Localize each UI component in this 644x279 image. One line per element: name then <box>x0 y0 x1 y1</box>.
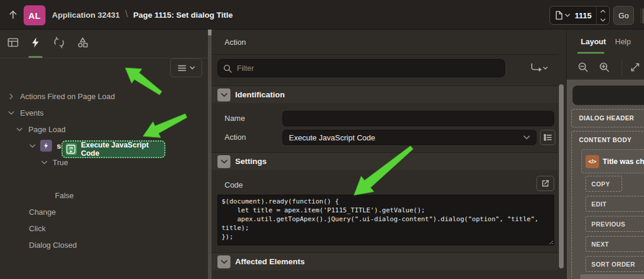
panel-title: Action <box>225 38 246 47</box>
collapse-settings-icon[interactable] <box>217 155 230 168</box>
open-code-editor-button[interactable] <box>536 176 554 191</box>
layout-panel: Layout Help DIALOG HEADER CONTENT BODY <… <box>566 29 644 279</box>
chevron-down-icon[interactable] <box>30 144 35 148</box>
name-input[interactable] <box>282 111 554 126</box>
toolbar-separator <box>622 59 622 76</box>
code-textarea[interactable]: $(document).ready(function() { let title… <box>217 195 554 245</box>
back-up-icon[interactable] <box>7 9 19 21</box>
page-number-stepper <box>596 6 609 24</box>
middle-scrollbar <box>559 84 564 272</box>
button-edit[interactable]: EDIT <box>586 196 644 212</box>
tree-node-false[interactable]: False <box>55 187 74 203</box>
section-title: Affected Elements <box>235 257 305 266</box>
page-item-title[interactable]: </> Title was cha <box>581 149 644 173</box>
tab-rendering[interactable] <box>7 37 19 48</box>
name-label: Name <box>225 114 245 123</box>
tree-tab-bar <box>0 29 208 58</box>
tab-processing[interactable] <box>53 37 65 48</box>
top-bar: AL Application 32431 \ Page 1115: Set di… <box>0 0 644 29</box>
dynamic-action-icon <box>40 140 52 152</box>
page-number-value[interactable]: 1115 <box>570 11 596 20</box>
tab-dynamic-actions[interactable] <box>30 37 41 48</box>
zoom-out-icon[interactable] <box>577 61 589 73</box>
button-copy[interactable]: COPY <box>586 176 622 192</box>
region-content-body[interactable]: CONTENT BODY </> Title was cha COPY EDIT… <box>571 131 644 279</box>
tree-node-events[interactable]: Events <box>8 104 44 121</box>
tree-node-actions-fired[interactable]: Actions Fired on Page Load <box>8 88 115 104</box>
chevron-right-icon[interactable] <box>8 94 14 99</box>
code-label: Code <box>225 180 243 189</box>
go-to-group-icon[interactable] <box>529 62 548 75</box>
topbar-separator <box>640 8 641 23</box>
section-title: Identification <box>235 90 285 99</box>
rendering-tree-panel: Actions Fired on Page Load Events Page L… <box>0 29 208 279</box>
page-finder-button[interactable] <box>550 11 570 20</box>
collapse-affected-elements-icon[interactable] <box>217 255 230 268</box>
clipped-button <box>580 274 644 279</box>
tree-node-label: True <box>53 158 68 167</box>
expand-layout-icon[interactable] <box>629 61 641 73</box>
action-list-of-values-button[interactable] <box>540 130 555 145</box>
tree-node-dialog-closed[interactable]: Dialog Closed <box>29 237 77 253</box>
tree-node-label: Execute JavaScript Code <box>81 141 164 157</box>
section-identification: Identification <box>212 86 558 103</box>
region-label: CONTENT BODY <box>579 136 632 143</box>
chevron-down-icon[interactable] <box>41 160 47 165</box>
middle-scrollbar-thumb[interactable] <box>559 84 564 268</box>
tab-layout[interactable]: Layout <box>581 37 606 46</box>
chevron-down-icon[interactable] <box>17 127 22 132</box>
tree-node-change[interactable]: Change <box>29 203 56 220</box>
tree-node-execute-javascript-selected[interactable]: JS Execute JavaScript Code <box>61 140 165 158</box>
chevron-down-icon <box>523 135 530 140</box>
apex-page-designer: AL Application 32431 \ Page 1115: Set di… <box>0 0 644 279</box>
tree-node-page-load[interactable]: Page Load <box>17 121 66 137</box>
app-logo[interactable]: AL <box>24 5 45 25</box>
filter-input[interactable] <box>217 59 505 77</box>
breadcrumb: Application 32431 \ Page 1115: Set dialo… <box>52 0 233 29</box>
active-tab-underline <box>28 56 43 58</box>
section-title: Settings <box>235 157 266 166</box>
svg-text:JS: JS <box>69 146 73 150</box>
active-tab-underline <box>577 52 604 54</box>
tree-node-label: False <box>55 191 74 200</box>
collapse-identification-icon[interactable] <box>217 88 230 101</box>
action-select-value: Execute JavaScript Code <box>289 133 375 142</box>
breadcrumb-application[interactable]: Application 32431 <box>52 11 120 19</box>
code-icon: </> <box>586 155 599 168</box>
region-dialog-header[interactable]: DIALOG HEADER <box>571 109 644 127</box>
tree-node-label: Dialog Closed <box>29 241 77 250</box>
tree-node-click[interactable]: Click <box>29 220 45 237</box>
button-next[interactable]: NEXT <box>586 236 644 252</box>
action-property-panel: Action Identification Name Action Execut… <box>212 29 558 279</box>
tab-shared-components[interactable] <box>77 37 89 48</box>
chevron-down-icon[interactable] <box>8 111 14 115</box>
tree-menu-button[interactable] <box>170 58 202 77</box>
breadcrumb-separator: \ <box>125 8 128 20</box>
search-icon <box>223 64 232 73</box>
panel-header: Action <box>212 29 558 55</box>
zoom-in-icon[interactable] <box>599 61 610 73</box>
page-down-icon[interactable] <box>597 15 609 24</box>
tree-node-label: Actions Fired on Page Load <box>20 92 115 101</box>
go-button[interactable]: Go <box>613 6 634 25</box>
item-label: Title was cha <box>603 157 644 166</box>
page-up-icon[interactable] <box>597 6 609 15</box>
breadcrumb-page-title: Page 1115: Set dialog Title <box>134 11 233 19</box>
action-select[interactable]: Execute JavaScript Code <box>282 130 536 145</box>
tree-node-label: Click <box>29 224 45 233</box>
tree-node-label: Page Load <box>28 125 66 134</box>
layout-canvas: DIALOG HEADER CONTENT BODY </> Title was… <box>567 80 644 279</box>
section-settings: Settings <box>212 152 558 170</box>
javascript-code-icon: JS <box>66 143 77 155</box>
section-affected-elements: Affected Elements <box>212 252 558 270</box>
tab-help[interactable]: Help <box>615 37 631 46</box>
button-sort-order[interactable]: SORT ORDER <box>586 256 644 272</box>
button-previous[interactable]: PREVIOUS <box>586 216 644 232</box>
dialog-titlebar-region[interactable] <box>573 86 644 105</box>
action-label: Action <box>225 133 246 142</box>
page-selector: 1115 <box>549 6 610 25</box>
tree-node-label: Change <box>29 208 56 216</box>
region-label: DIALOG HEADER <box>579 114 634 122</box>
tree-node-label: Events <box>20 109 44 117</box>
